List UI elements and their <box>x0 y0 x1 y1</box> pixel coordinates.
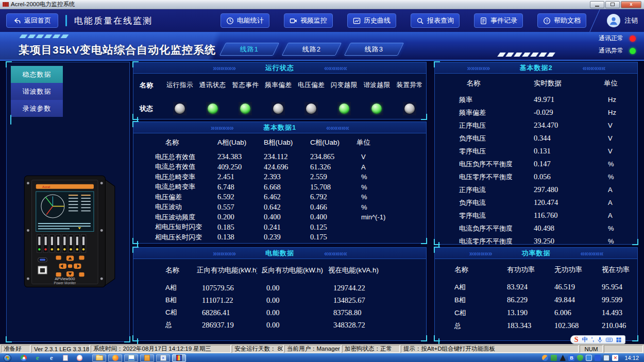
main-content: 稳态数据谐波数据录波参数 Acrel <box>0 61 644 344</box>
close-button[interactable]: x <box>621 1 641 8</box>
status-item-label: 电压偏差 <box>295 81 328 90</box>
back-home-button[interactable]: 返回首页 <box>6 13 58 28</box>
table-row: 电压总有效值234.383234.112234.865V <box>133 152 427 162</box>
tab-line-3[interactable]: 线路3 <box>344 43 404 56</box>
panel-basic1: »»»»»» 基本数据1 «««««« 名称A相(Uab)B相(Uab)C相(U… <box>133 122 427 244</box>
nav-button-6[interactable]: ?帮助文档 <box>537 13 586 28</box>
sogou-logo-icon[interactable]: S <box>574 336 579 343</box>
column-header: 名称 <box>133 133 211 152</box>
tools-icon[interactable]: ✕ <box>156 354 170 362</box>
table-cell: 电流零序不平衡度 <box>435 235 512 248</box>
table-cell: C相 <box>435 306 502 319</box>
chevrons-left-icon: «««««« <box>326 124 349 131</box>
logout-button[interactable]: 注销 <box>624 16 638 25</box>
nav-button-3[interactable]: 历史曲线 <box>347 13 396 28</box>
table-row: 电压波动频度0.2000.4000.400min^(-1) <box>133 212 427 222</box>
display-icon[interactable] <box>595 355 601 361</box>
table-row: 频率偏差-0.029Hz <box>435 106 638 119</box>
table-cell: 297.480 <box>512 183 600 196</box>
table-cell: 0.138 <box>211 232 257 243</box>
toolbox-grid-icon[interactable] <box>616 337 621 342</box>
ime-icon[interactable] <box>586 355 592 361</box>
taskbar: ee ✕ B✕ 14:12 <box>0 353 644 362</box>
device-image: Acrel <box>16 171 121 292</box>
side-menu: 稳态数据谐波数据录波参数 <box>11 66 63 117</box>
folder-icon[interactable] <box>551 355 557 361</box>
table-cell: V <box>350 152 427 162</box>
table-cell: 电压零序不平衡度 <box>435 170 512 183</box>
table-cell: A <box>600 196 638 209</box>
nav-button-5[interactable]: 事件记录 <box>474 13 523 28</box>
table-cell: 102.368 <box>549 319 597 332</box>
table-cell: 348328.72 <box>324 319 427 331</box>
nav-button-2[interactable]: 视频监控 <box>284 13 333 28</box>
table-row: 电流负序不平衡度40.498% <box>435 222 638 235</box>
table-cell: 2.393 <box>257 172 303 182</box>
language-icon[interactable] <box>542 355 548 361</box>
ime-punctuation-toggle[interactable]: ’, <box>591 337 594 342</box>
soft-keyboard-icon[interactable] <box>606 337 613 342</box>
table-cell: 0.131 <box>512 145 600 158</box>
panel-run-status: »»»»»» 运行状态 «««««« 名称 运行指示通讯状态暂态事件频率偏差电压… <box>133 62 427 119</box>
360-browser-icon[interactable]: e <box>33 354 42 362</box>
monitor-app-icon[interactable] <box>172 354 186 362</box>
nav-button-label: 历史曲线 <box>364 16 391 25</box>
network-icon[interactable] <box>603 355 609 361</box>
firefox-icon[interactable] <box>108 354 122 362</box>
column-header: 有功功率 <box>502 259 549 281</box>
bluetooth-icon[interactable]: B <box>568 355 574 361</box>
table-cell: V <box>600 145 638 158</box>
decoration-slashes-left <box>21 35 70 38</box>
calculator-icon[interactable] <box>140 354 154 362</box>
sidebar-item-2[interactable]: 谐波数据 <box>11 83 63 100</box>
tab-line-2[interactable]: 线路2 <box>282 43 342 56</box>
table-cell: Hz <box>600 106 638 119</box>
volume-muted-icon[interactable]: ✕ <box>612 355 618 361</box>
table-row: 负序电压0.344V <box>435 132 638 145</box>
corner-bracket <box>132 335 139 341</box>
tab-label: 线路1 <box>240 45 259 54</box>
table-row: B相111071.220.00134825.67 <box>133 294 427 306</box>
nav-button-label: 视频监控 <box>300 16 327 25</box>
nav-button-1[interactable]: 电能统计 <box>221 13 269 28</box>
comm-legend: 通讯正常通讯异常 <box>599 34 636 55</box>
table-row: 负序电流120.474A <box>435 196 638 209</box>
corner-bracket <box>6 61 12 67</box>
sidebar-item-1[interactable]: 稳态数据 <box>11 66 63 83</box>
notepad-icon[interactable] <box>61 354 70 362</box>
status-light-gray <box>304 102 318 115</box>
shield-icon[interactable] <box>577 355 583 361</box>
taskbar-clock[interactable]: 14:12 <box>624 355 639 361</box>
nav-divider <box>65 15 67 26</box>
chrome-icon[interactable] <box>19 354 28 362</box>
table-row: 正序电压234.470V <box>435 119 638 132</box>
corner-bracket <box>434 335 440 341</box>
ime-config-icon[interactable] <box>124 354 138 362</box>
minimize-button[interactable] <box>590 1 604 8</box>
qq-icon[interactable] <box>75 354 84 362</box>
panel-title: 电能数据 <box>265 249 294 258</box>
ime-toolbar: S 中 ’, <box>570 335 625 344</box>
corner-bracket <box>6 336 12 342</box>
ime-mode-toggle[interactable]: 中 <box>582 337 587 342</box>
corner-bracket <box>632 335 638 341</box>
chevrons-right-icon: »»»»»» <box>211 124 233 131</box>
corner-bracket <box>632 239 638 245</box>
chevrons-right-icon: »»»»»» <box>467 64 489 72</box>
antenna-icon[interactable] <box>560 355 566 361</box>
ie-icon[interactable]: e <box>47 354 56 362</box>
run-status-lights: 状态 <box>133 97 426 120</box>
corner-bracket <box>124 336 130 342</box>
app-icon <box>3 2 9 7</box>
table-row: 电流零序不平衡度39.250% <box>435 235 638 248</box>
maximize-button[interactable] <box>605 1 620 8</box>
explorer-icon[interactable] <box>92 354 106 362</box>
tab-line-1[interactable]: 线路1 <box>219 43 279 56</box>
nav-button-4[interactable]: 报表查询 <box>411 13 460 28</box>
table-cell: 正序电压 <box>435 119 512 132</box>
microphone-icon[interactable] <box>598 337 602 343</box>
sidebar-item-3[interactable]: 录波参数 <box>11 100 63 117</box>
start-button[interactable] <box>0 354 14 362</box>
table-cell: 0.00 <box>257 294 324 306</box>
corner-bracket <box>421 335 427 341</box>
